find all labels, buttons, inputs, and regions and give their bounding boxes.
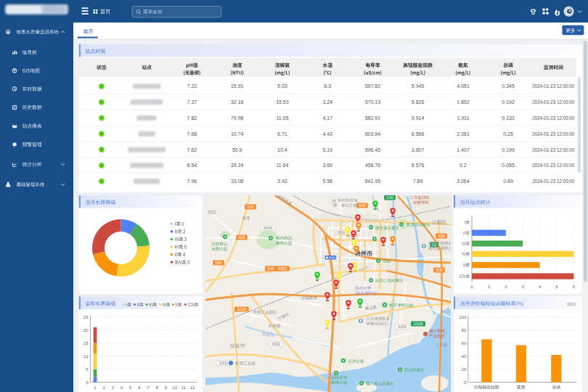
svg-text:5.945: 5.945 <box>412 83 425 89</box>
svg-text:79.98: 79.98 <box>231 115 244 121</box>
svg-text:100: 100 <box>459 315 467 319</box>
svg-text:5.19: 5.19 <box>322 147 332 152</box>
svg-text:S48: S48 <box>359 203 366 208</box>
svg-text:7.68: 7.68 <box>187 131 197 136</box>
svg-text:4.43: 4.43 <box>322 131 332 136</box>
svg-text:0.345: 0.345 <box>502 83 515 89</box>
svg-text:7.82: 7.82 <box>187 115 197 121</box>
svg-text:3.69: 3.69 <box>322 163 332 168</box>
svg-text:5.03: 5.03 <box>277 83 287 89</box>
svg-text:G328: G328 <box>413 322 422 326</box>
svg-text:0.2: 0.2 <box>460 163 467 168</box>
svg-text:5.826: 5.826 <box>412 99 425 105</box>
svg-text:597.82: 597.82 <box>365 83 381 89</box>
svg-text:6.566: 6.566 <box>412 131 425 136</box>
svg-text:20: 20 <box>462 367 467 372</box>
svg-text:2024-01-23 12:00:00: 2024-01-23 12:00:00 <box>532 179 575 184</box>
svg-text:15: 15 <box>83 341 89 346</box>
svg-text:7.89: 7.89 <box>413 179 423 184</box>
svg-text:2024-01-23 12:00:00: 2024-01-23 12:00:00 <box>532 163 575 168</box>
svg-text:0.89: 0.89 <box>503 179 513 184</box>
svg-text:7.37: 7.37 <box>187 99 197 105</box>
svg-text:X006: X006 <box>264 226 273 230</box>
svg-text:641.95: 641.95 <box>365 179 381 184</box>
svg-text:1.407: 1.407 <box>457 147 470 152</box>
svg-text:15.91: 15.91 <box>231 83 244 89</box>
svg-text:456.76: 456.76 <box>365 163 381 168</box>
svg-text:8.54: 8.54 <box>187 163 197 168</box>
svg-text:10: 10 <box>172 385 177 390</box>
svg-text:0.25: 0.25 <box>503 131 513 136</box>
svg-text:3.064: 3.064 <box>457 179 470 184</box>
svg-text:0.199: 0.199 <box>502 147 515 152</box>
svg-text:2024-01-23 12:00:00: 2024-01-23 12:00:00 <box>532 147 575 152</box>
svg-text:X205: X205 <box>398 324 407 329</box>
svg-text:2024-01-23 12:00:00: 2024-01-23 12:00:00 <box>532 131 575 136</box>
svg-text:4.17: 4.17 <box>322 115 332 121</box>
svg-text:S35: S35 <box>247 205 254 209</box>
svg-text:50.9: 50.9 <box>232 147 242 152</box>
svg-text:32.16: 32.16 <box>231 99 244 105</box>
svg-text:6.3: 6.3 <box>324 83 331 89</box>
svg-text:5.58: 5.58 <box>322 179 332 184</box>
svg-text:10.4: 10.4 <box>277 147 287 152</box>
svg-text:11: 11 <box>181 385 187 390</box>
svg-text:X332: X332 <box>271 342 281 346</box>
svg-text:2024-01-23 12:00:00: 2024-01-23 12:00:00 <box>532 115 575 121</box>
svg-text:1.852: 1.852 <box>457 99 470 105</box>
svg-text:60: 60 <box>462 341 467 346</box>
svg-text:S36: S36 <box>215 261 222 265</box>
svg-text:12: 12 <box>190 385 195 390</box>
svg-text:603.94: 603.94 <box>365 131 381 136</box>
svg-text:4.051: 4.051 <box>457 83 470 89</box>
svg-text:7.96: 7.96 <box>187 179 197 184</box>
svg-text:G40: G40 <box>386 195 393 200</box>
svg-text:3.807: 3.807 <box>412 147 425 152</box>
svg-text:0.132: 0.132 <box>502 115 515 121</box>
svg-text:S28: S28 <box>438 234 445 238</box>
svg-text:S29: S29 <box>238 235 245 240</box>
svg-text:6.71: 6.71 <box>277 131 287 136</box>
svg-text:33.08: 33.08 <box>231 179 244 184</box>
svg-text:S49: S49 <box>267 266 274 271</box>
svg-text:3.43: 3.43 <box>277 179 287 184</box>
svg-text:1.911: 1.911 <box>457 115 469 121</box>
svg-text:582.91: 582.91 <box>365 115 381 121</box>
svg-text:20: 20 <box>83 328 89 332</box>
svg-text:0.192: 0.192 <box>502 99 515 105</box>
svg-text:2024-01-23 12:00:00: 2024-01-23 12:00:00 <box>532 83 575 89</box>
svg-text:7.22: 7.22 <box>187 83 197 89</box>
svg-text:570.13: 570.13 <box>365 99 381 105</box>
svg-text:0.055: 0.055 <box>502 163 515 168</box>
svg-text:S353: S353 <box>278 266 287 271</box>
svg-text:8.576: 8.576 <box>412 163 425 168</box>
svg-text:3.24: 3.24 <box>322 99 332 105</box>
svg-text:7.62: 7.62 <box>187 147 197 152</box>
svg-text:S125: S125 <box>237 307 247 311</box>
svg-text:29.24: 29.24 <box>231 163 244 168</box>
svg-text:2024-01-23 12:00:00: 2024-01-23 12:00:00 <box>532 99 575 105</box>
svg-text:9.914: 9.914 <box>412 115 425 121</box>
svg-text:2.061: 2.061 <box>457 131 470 136</box>
svg-text:80: 80 <box>462 328 467 332</box>
svg-text:10: 10 <box>83 354 89 359</box>
svg-text:40: 40 <box>462 354 467 359</box>
svg-text:596.45: 596.45 <box>365 147 381 152</box>
svg-text:S36: S36 <box>436 268 443 272</box>
svg-text:15.53: 15.53 <box>276 99 289 105</box>
svg-text:11.05: 11.05 <box>276 115 288 121</box>
svg-text:S331: S331 <box>219 361 229 365</box>
svg-text:25: 25 <box>83 315 89 319</box>
svg-text:10.74: 10.74 <box>231 131 244 136</box>
svg-text:11.64: 11.64 <box>276 163 288 168</box>
